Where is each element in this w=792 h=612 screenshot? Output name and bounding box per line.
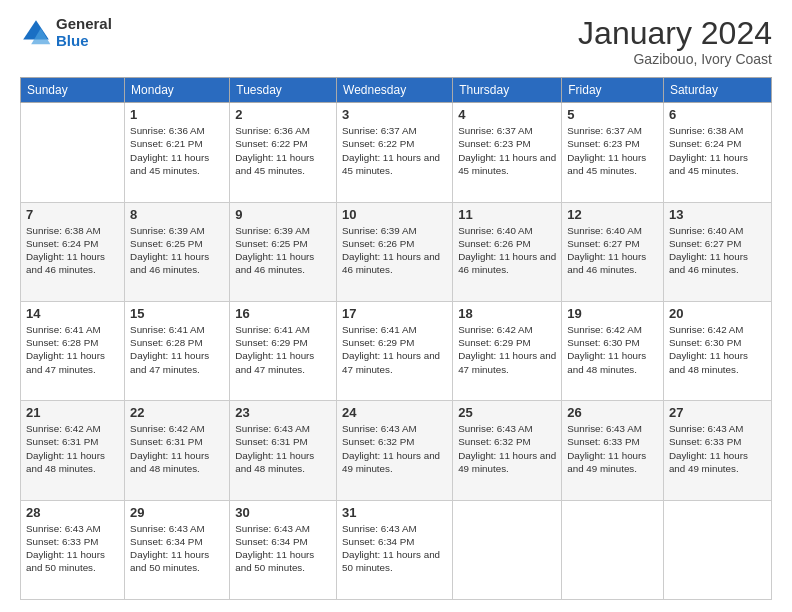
logo-general-text: General — [56, 16, 112, 33]
cell-1-2: 1Sunrise: 6:36 AM Sunset: 6:21 PM Daylig… — [125, 103, 230, 202]
logo: General Blue — [20, 16, 112, 49]
cell-info: Sunrise: 6:41 AM Sunset: 6:28 PM Dayligh… — [130, 323, 224, 376]
day-number: 29 — [130, 505, 224, 520]
title-block: January 2024 Gazibouo, Ivory Coast — [578, 16, 772, 67]
day-number: 5 — [567, 107, 658, 122]
cell-info: Sunrise: 6:43 AM Sunset: 6:33 PM Dayligh… — [567, 422, 658, 475]
page: General Blue January 2024 Gazibouo, Ivor… — [0, 0, 792, 612]
subtitle: Gazibouo, Ivory Coast — [578, 51, 772, 67]
day-number: 4 — [458, 107, 556, 122]
day-number: 31 — [342, 505, 447, 520]
day-number: 7 — [26, 207, 119, 222]
cell-info: Sunrise: 6:43 AM Sunset: 6:31 PM Dayligh… — [235, 422, 331, 475]
cell-info: Sunrise: 6:42 AM Sunset: 6:29 PM Dayligh… — [458, 323, 556, 376]
day-number: 26 — [567, 405, 658, 420]
cell-4-2: 22Sunrise: 6:42 AM Sunset: 6:31 PM Dayli… — [125, 401, 230, 500]
cell-info: Sunrise: 6:43 AM Sunset: 6:34 PM Dayligh… — [235, 522, 331, 575]
cell-1-1 — [21, 103, 125, 202]
cell-2-2: 8Sunrise: 6:39 AM Sunset: 6:25 PM Daylig… — [125, 202, 230, 301]
cell-info: Sunrise: 6:39 AM Sunset: 6:26 PM Dayligh… — [342, 224, 447, 277]
cell-info: Sunrise: 6:39 AM Sunset: 6:25 PM Dayligh… — [130, 224, 224, 277]
day-number: 25 — [458, 405, 556, 420]
week-row-3: 14Sunrise: 6:41 AM Sunset: 6:28 PM Dayli… — [21, 301, 772, 400]
cell-info: Sunrise: 6:37 AM Sunset: 6:22 PM Dayligh… — [342, 124, 447, 177]
cell-2-3: 9Sunrise: 6:39 AM Sunset: 6:25 PM Daylig… — [230, 202, 337, 301]
day-number: 15 — [130, 306, 224, 321]
cell-info: Sunrise: 6:40 AM Sunset: 6:27 PM Dayligh… — [669, 224, 766, 277]
cell-1-4: 3Sunrise: 6:37 AM Sunset: 6:22 PM Daylig… — [337, 103, 453, 202]
cell-3-1: 14Sunrise: 6:41 AM Sunset: 6:28 PM Dayli… — [21, 301, 125, 400]
cell-5-5 — [453, 500, 562, 599]
cell-3-4: 17Sunrise: 6:41 AM Sunset: 6:29 PM Dayli… — [337, 301, 453, 400]
header-row: Sunday Monday Tuesday Wednesday Thursday… — [21, 78, 772, 103]
day-number: 10 — [342, 207, 447, 222]
cell-info: Sunrise: 6:38 AM Sunset: 6:24 PM Dayligh… — [26, 224, 119, 277]
cell-info: Sunrise: 6:37 AM Sunset: 6:23 PM Dayligh… — [567, 124, 658, 177]
cell-2-6: 12Sunrise: 6:40 AM Sunset: 6:27 PM Dayli… — [562, 202, 664, 301]
cell-info: Sunrise: 6:43 AM Sunset: 6:32 PM Dayligh… — [458, 422, 556, 475]
cell-info: Sunrise: 6:39 AM Sunset: 6:25 PM Dayligh… — [235, 224, 331, 277]
cell-info: Sunrise: 6:37 AM Sunset: 6:23 PM Dayligh… — [458, 124, 556, 177]
week-row-1: 1Sunrise: 6:36 AM Sunset: 6:21 PM Daylig… — [21, 103, 772, 202]
cell-1-7: 6Sunrise: 6:38 AM Sunset: 6:24 PM Daylig… — [663, 103, 771, 202]
cell-4-4: 24Sunrise: 6:43 AM Sunset: 6:32 PM Dayli… — [337, 401, 453, 500]
main-title: January 2024 — [578, 16, 772, 51]
day-number: 19 — [567, 306, 658, 321]
cell-info: Sunrise: 6:41 AM Sunset: 6:29 PM Dayligh… — [342, 323, 447, 376]
cell-3-6: 19Sunrise: 6:42 AM Sunset: 6:30 PM Dayli… — [562, 301, 664, 400]
cell-info: Sunrise: 6:42 AM Sunset: 6:30 PM Dayligh… — [669, 323, 766, 376]
day-number: 12 — [567, 207, 658, 222]
day-number: 28 — [26, 505, 119, 520]
day-number: 30 — [235, 505, 331, 520]
cell-info: Sunrise: 6:38 AM Sunset: 6:24 PM Dayligh… — [669, 124, 766, 177]
cell-5-7 — [663, 500, 771, 599]
logo-blue-text: Blue — [56, 33, 112, 50]
cell-2-1: 7Sunrise: 6:38 AM Sunset: 6:24 PM Daylig… — [21, 202, 125, 301]
cell-5-3: 30Sunrise: 6:43 AM Sunset: 6:34 PM Dayli… — [230, 500, 337, 599]
day-number: 22 — [130, 405, 224, 420]
cell-1-5: 4Sunrise: 6:37 AM Sunset: 6:23 PM Daylig… — [453, 103, 562, 202]
logo-icon — [20, 17, 52, 49]
day-number: 21 — [26, 405, 119, 420]
day-number: 23 — [235, 405, 331, 420]
col-tuesday: Tuesday — [230, 78, 337, 103]
calendar-table: Sunday Monday Tuesday Wednesday Thursday… — [20, 77, 772, 600]
cell-info: Sunrise: 6:43 AM Sunset: 6:33 PM Dayligh… — [26, 522, 119, 575]
day-number: 13 — [669, 207, 766, 222]
cell-4-7: 27Sunrise: 6:43 AM Sunset: 6:33 PM Dayli… — [663, 401, 771, 500]
week-row-5: 28Sunrise: 6:43 AM Sunset: 6:33 PM Dayli… — [21, 500, 772, 599]
day-number: 14 — [26, 306, 119, 321]
day-number: 11 — [458, 207, 556, 222]
day-number: 8 — [130, 207, 224, 222]
cell-4-3: 23Sunrise: 6:43 AM Sunset: 6:31 PM Dayli… — [230, 401, 337, 500]
col-thursday: Thursday — [453, 78, 562, 103]
day-number: 1 — [130, 107, 224, 122]
cell-info: Sunrise: 6:42 AM Sunset: 6:30 PM Dayligh… — [567, 323, 658, 376]
cell-info: Sunrise: 6:40 AM Sunset: 6:26 PM Dayligh… — [458, 224, 556, 277]
cell-5-4: 31Sunrise: 6:43 AM Sunset: 6:34 PM Dayli… — [337, 500, 453, 599]
cell-2-7: 13Sunrise: 6:40 AM Sunset: 6:27 PM Dayli… — [663, 202, 771, 301]
col-sunday: Sunday — [21, 78, 125, 103]
cell-info: Sunrise: 6:43 AM Sunset: 6:33 PM Dayligh… — [669, 422, 766, 475]
cell-info: Sunrise: 6:43 AM Sunset: 6:34 PM Dayligh… — [130, 522, 224, 575]
col-friday: Friday — [562, 78, 664, 103]
day-number: 27 — [669, 405, 766, 420]
cell-1-3: 2Sunrise: 6:36 AM Sunset: 6:22 PM Daylig… — [230, 103, 337, 202]
day-number: 2 — [235, 107, 331, 122]
cell-info: Sunrise: 6:43 AM Sunset: 6:34 PM Dayligh… — [342, 522, 447, 575]
day-number: 16 — [235, 306, 331, 321]
cell-info: Sunrise: 6:36 AM Sunset: 6:22 PM Dayligh… — [235, 124, 331, 177]
day-number: 17 — [342, 306, 447, 321]
cell-info: Sunrise: 6:42 AM Sunset: 6:31 PM Dayligh… — [26, 422, 119, 475]
cell-info: Sunrise: 6:43 AM Sunset: 6:32 PM Dayligh… — [342, 422, 447, 475]
week-row-2: 7Sunrise: 6:38 AM Sunset: 6:24 PM Daylig… — [21, 202, 772, 301]
cell-5-2: 29Sunrise: 6:43 AM Sunset: 6:34 PM Dayli… — [125, 500, 230, 599]
week-row-4: 21Sunrise: 6:42 AM Sunset: 6:31 PM Dayli… — [21, 401, 772, 500]
cell-4-6: 26Sunrise: 6:43 AM Sunset: 6:33 PM Dayli… — [562, 401, 664, 500]
header: General Blue January 2024 Gazibouo, Ivor… — [20, 16, 772, 67]
cell-3-5: 18Sunrise: 6:42 AM Sunset: 6:29 PM Dayli… — [453, 301, 562, 400]
cell-info: Sunrise: 6:41 AM Sunset: 6:29 PM Dayligh… — [235, 323, 331, 376]
day-number: 24 — [342, 405, 447, 420]
cell-1-6: 5Sunrise: 6:37 AM Sunset: 6:23 PM Daylig… — [562, 103, 664, 202]
col-saturday: Saturday — [663, 78, 771, 103]
